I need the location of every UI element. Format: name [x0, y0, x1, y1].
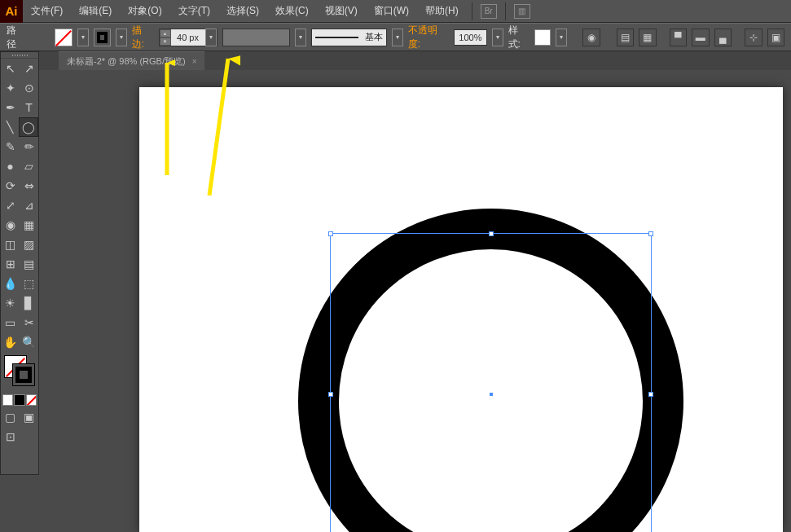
menu-window[interactable]: 窗口(W)	[366, 0, 417, 22]
stroke-indicator-icon[interactable]	[12, 363, 35, 386]
separator	[472, 2, 472, 20]
separator	[505, 2, 506, 20]
align-center-icon[interactable]: ▦	[639, 29, 657, 46]
stroke-value[interactable]: 40 px	[171, 33, 205, 42]
fill-dropdown[interactable]	[77, 29, 89, 46]
variable-width-profile[interactable]	[222, 29, 291, 46]
stroke-down-icon[interactable]: ▼	[160, 37, 171, 46]
type-tool-icon[interactable]: T	[20, 98, 38, 117]
brush-preview-icon	[315, 37, 358, 38]
paintbrush-tool-icon[interactable]: ✎	[1, 137, 20, 156]
draw-normal-icon[interactable]: ▢	[1, 407, 20, 427]
panel-grip[interactable]	[1, 52, 38, 59]
bridge-icon[interactable]: Br	[481, 4, 497, 19]
canvas-area[interactable]	[39, 70, 791, 532]
style-label: 样式:	[508, 24, 530, 51]
direct-selection-tool-icon[interactable]: ↗	[20, 59, 38, 78]
pen-tool-icon[interactable]: ✒	[1, 98, 20, 117]
menu-view[interactable]: 视图(V)	[317, 0, 366, 22]
isolate-icon[interactable]: ▣	[767, 29, 785, 46]
app-logo-icon: Ai	[0, 0, 23, 23]
menu-type[interactable]: 文字(T)	[170, 0, 218, 22]
tab-title: 未标题-2* @ 98% (RGB/预览)	[67, 55, 186, 68]
gradient-tool-icon[interactable]: ▤	[20, 254, 38, 274]
menu-edit[interactable]: 编辑(E)	[71, 0, 120, 22]
slice-tool-icon[interactable]: ✂	[20, 313, 38, 332]
menu-effect[interactable]: 效果(C)	[267, 0, 317, 22]
artboard-tool-icon[interactable]: ▭	[1, 313, 20, 332]
stroke-label[interactable]: 描边:	[132, 24, 154, 51]
menu-bar: Ai 文件(F) 编辑(E) 对象(O) 文字(T) 选择(S) 效果(C) 视…	[0, 0, 791, 23]
align-left-icon[interactable]: ▤	[617, 29, 635, 46]
lasso-tool-icon[interactable]: ⊙	[20, 78, 38, 98]
opacity-label[interactable]: 不透明度:	[408, 24, 449, 51]
gradient-mode-icon[interactable]	[14, 394, 24, 406]
blend-tool-icon[interactable]: ⬚	[20, 274, 38, 293]
mesh-tool-icon[interactable]: ⊞	[1, 254, 20, 274]
brush-label: 基本	[365, 31, 383, 43]
document-tab-bar: 未标题-2* @ 98% (RGB/预览) ×	[0, 51, 791, 70]
line-tool-icon[interactable]: ╲	[1, 117, 19, 137]
menu-help[interactable]: 帮助(H)	[417, 0, 467, 22]
shape-builder-tool-icon[interactable]: ◫	[1, 235, 20, 254]
magic-wand-tool-icon[interactable]: ✦	[1, 78, 20, 98]
color-mode-icon[interactable]	[2, 394, 13, 406]
blob-brush-tool-icon[interactable]: ●	[1, 156, 20, 176]
arrange-icon[interactable]: ▥	[514, 4, 530, 19]
brush-definition[interactable]: 基本	[311, 29, 387, 46]
stroke-dropdown[interactable]	[116, 29, 127, 46]
column-graph-tool-icon[interactable]: ▊	[20, 293, 38, 313]
tools-panel: ↖ ↗ ✦ ⊙ ✒ T ╲ ◯ ✎ ✏ ● ▱ ⟳ ⇔ ⤢ ⊿ ◉ ▦ ◫ ▨ …	[0, 51, 39, 475]
none-mode-icon[interactable]	[26, 394, 37, 406]
stroke-up-icon[interactable]: ▲	[160, 29, 171, 37]
brush-dropdown[interactable]	[392, 29, 403, 46]
graphic-style-swatch[interactable]	[534, 29, 551, 46]
style-dropdown[interactable]	[556, 29, 567, 46]
align-middle-icon[interactable]: ▬	[692, 29, 710, 46]
fill-stroke-control[interactable]	[1, 352, 38, 393]
empty-tool-slot	[20, 427, 38, 446]
stroke-width-input[interactable]: ▲ ▼ 40 px	[159, 29, 218, 46]
document-tab[interactable]: 未标题-2* @ 98% (RGB/预览) ×	[59, 51, 204, 70]
align-bottom-icon[interactable]: ▄	[714, 29, 732, 46]
opacity-value[interactable]: 100%	[454, 29, 487, 46]
stroke-swatch[interactable]	[94, 29, 112, 46]
transform-icon[interactable]: ⊹	[745, 29, 762, 46]
menu-object[interactable]: 对象(O)	[120, 0, 169, 22]
profile-dropdown[interactable]	[295, 29, 306, 46]
zoom-tool-icon[interactable]: 🔍	[20, 332, 38, 352]
stroke-value-dropdown[interactable]	[205, 29, 217, 46]
symbol-sprayer-tool-icon[interactable]: ☀	[1, 293, 20, 313]
menu-select[interactable]: 选择(S)	[218, 0, 267, 22]
opacity-dropdown[interactable]	[492, 29, 503, 46]
recolor-icon[interactable]: ◉	[582, 29, 600, 46]
draw-behind-icon[interactable]: ▣	[20, 407, 38, 427]
scale-tool-icon[interactable]: ⤢	[1, 196, 20, 215]
eraser-tool-icon[interactable]: ▱	[20, 156, 38, 176]
close-icon[interactable]: ×	[192, 57, 197, 66]
eyedropper-tool-icon[interactable]: 💧	[1, 274, 20, 293]
ellipse-tool-icon[interactable]: ◯	[19, 117, 38, 137]
rotate-tool-icon[interactable]: ⟳	[1, 176, 20, 196]
screen-mode-icon[interactable]: ⊡	[1, 427, 20, 446]
fill-swatch[interactable]	[55, 29, 73, 46]
menu-file[interactable]: 文件(F)	[23, 0, 71, 22]
color-mode-swatches	[1, 393, 38, 407]
selection-tool-icon[interactable]: ↖	[1, 59, 20, 78]
pencil-tool-icon[interactable]: ✏	[20, 137, 38, 156]
width-tool-icon[interactable]: ⊿	[20, 196, 38, 215]
stroke-spinner[interactable]: ▲ ▼	[160, 29, 171, 46]
hand-tool-icon[interactable]: ✋	[1, 332, 20, 352]
perspective-tool-icon[interactable]: ▨	[20, 235, 38, 254]
align-top-icon[interactable]: ▀	[670, 29, 688, 46]
free-transform-tool-icon[interactable]: ▦	[20, 215, 38, 235]
reflect-tool-icon[interactable]: ⇔	[20, 176, 38, 196]
control-bar: 路径 描边: ▲ ▼ 40 px 基本 不透明度: 100% 样式: ◉ ▤ ▦…	[0, 23, 791, 51]
selection-type-label: 路径	[7, 24, 25, 51]
warp-tool-icon[interactable]: ◉	[1, 215, 20, 235]
